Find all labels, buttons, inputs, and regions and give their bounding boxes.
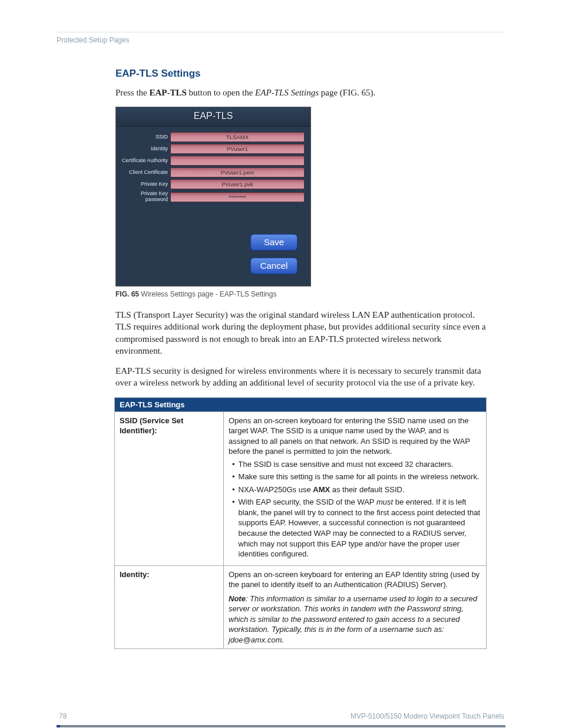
intro-paragraph: Press the EAP-TLS button to open the EAP… [115, 87, 489, 98]
private-key-field[interactable]: PVuser1.pvk [170, 179, 305, 189]
bullet-icon: • [232, 472, 235, 482]
ssid-bullet-1: The SSID is case sensitive and must not … [239, 459, 454, 470]
ssid-label: SSID [120, 134, 168, 140]
product-name: MVP-5100/5150 Modero Viewpoint Touch Pan… [351, 712, 504, 720]
ssid-bullet-3: NXA-WAP250Gs use AMX as their default SS… [239, 485, 405, 495]
ssid-desc-p1: Opens an on-screen keyboard for entering… [229, 416, 481, 457]
identity-label: Identity [120, 146, 168, 152]
ssid-row-label: SSID (Service Set Identifier): [115, 411, 224, 565]
intro-post: page (FIG. 65). [319, 88, 375, 97]
table-header: EAP-TLS Settings [115, 397, 487, 411]
page-footer: 78 MVP-5100/5150 Modero Viewpoint Touch … [57, 712, 505, 727]
ssid-bullet-2: Make sure this setting is the same for a… [239, 472, 480, 482]
panel-title: EAP-TLS [116, 107, 310, 127]
intro-ital: EAP-TLS Settings [255, 88, 319, 97]
client-cert-field[interactable]: PVuser1.pem [170, 167, 305, 177]
intro-text: Press the [115, 88, 150, 97]
identity-note: Note: This information is similar to a u… [229, 594, 481, 645]
bullet-icon: • [232, 485, 235, 495]
eap-tls-screenshot: EAP-TLS SSID TLSAMX Identity PVuser1 Cer… [115, 107, 311, 286]
ca-label: Certificate Authority [120, 158, 168, 164]
client-cert-label: Client Certificate [120, 170, 168, 176]
identity-row-label: Identity: [115, 565, 224, 649]
breadcrumb: Protected Setup Pages [57, 36, 505, 44]
paragraph-1: TLS (Transport Layer Security) was the o… [115, 309, 489, 357]
section-heading: EAP-TLS Settings [115, 68, 489, 80]
identity-desc-p1: Opens an on-screen keyboard for entering… [229, 569, 481, 590]
ssid-bullet-4: With EAP security, the SSID of the WAP m… [239, 497, 481, 559]
ssid-row-desc: Opens an on-screen keyboard for entering… [224, 411, 487, 565]
save-button[interactable]: Save [250, 234, 297, 251]
pk-password-label: Private Key password [120, 191, 168, 203]
ca-field[interactable] [170, 156, 305, 166]
figure-caption: FIG. 65 Wireless Settings page - EAP-TLS… [115, 290, 489, 298]
bullet-icon: • [232, 459, 235, 470]
ssid-field[interactable]: TLSAMX [170, 132, 305, 142]
page-number: 78 [59, 712, 67, 720]
intro-bold: EAP-TLS [150, 88, 187, 97]
private-key-label: Private Key [120, 182, 168, 187]
table-row: Identity: Opens an on-screen keyboard fo… [115, 565, 487, 649]
paragraph-2: EAP-TLS security is designed for wireles… [115, 365, 489, 389]
table-row: SSID (Service Set Identifier): Opens an … [115, 411, 487, 565]
settings-table: EAP-TLS Settings SSID (Service Set Ident… [114, 397, 487, 650]
identity-field[interactable]: PVuser1 [170, 144, 305, 154]
figure-number: FIG. 65 [115, 290, 139, 298]
figure-text: Wireless Settings page - EAP-TLS Setting… [139, 290, 276, 298]
intro-mid: button to open the [187, 88, 255, 97]
bullet-icon: • [232, 497, 235, 559]
identity-row-desc: Opens an on-screen keyboard for entering… [224, 565, 487, 649]
cancel-button[interactable]: Cancel [250, 258, 297, 274]
pk-password-field[interactable]: ******** [170, 192, 305, 202]
